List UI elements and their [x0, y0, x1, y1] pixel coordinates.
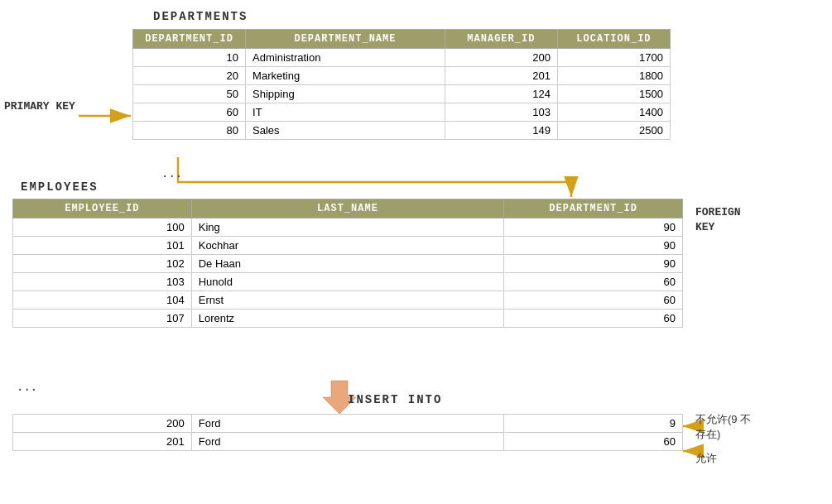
- allowed-annotation: 允许: [695, 451, 717, 466]
- dept-name-cell: Shipping: [246, 85, 445, 103]
- emp-name-cell: Hunold: [191, 273, 504, 291]
- dept-col-header-manager: MANAGER_ID: [445, 30, 557, 49]
- dept-id-cell: 60: [133, 103, 246, 122]
- dept-location-cell: 1400: [557, 103, 670, 122]
- emp-id-cell: 107: [13, 310, 192, 328]
- dept-location-cell: 1700: [557, 49, 670, 67]
- dept-col-header-name: DEPARTMENT_NAME: [246, 30, 445, 49]
- dept-name-cell: Marketing: [246, 67, 445, 85]
- emp-col-header-name: LAST_NAME: [191, 199, 504, 218]
- emp-dept-id-cell: 60: [504, 291, 683, 310]
- employees-row: 107 Lorentz 60: [13, 310, 683, 328]
- dept-manager-cell: 103: [445, 103, 557, 122]
- new-emp-id-cell: 201: [13, 433, 192, 451]
- dept-id-cell: 80: [133, 122, 246, 140]
- new-emp-dept-id-cell: 60: [504, 433, 683, 451]
- employees-row: 101 Kochhar 90: [13, 237, 683, 255]
- departments-ellipsis: ...: [161, 167, 182, 180]
- insert-into-label: INSERT INTO: [348, 393, 442, 406]
- dept-name-cell: Sales: [246, 122, 445, 140]
- foreign-key-label: FOREIGNKEY: [695, 205, 741, 235]
- departments-row: 50 Shipping 124 1500: [133, 85, 671, 103]
- departments-title: DEPARTMENTS: [153, 10, 248, 23]
- dept-name-cell: IT: [246, 103, 445, 122]
- emp-col-header-id: EMPLOYEE_ID: [13, 199, 192, 218]
- dept-location-cell: 2500: [557, 122, 670, 140]
- employees-title: EMPLOYEES: [21, 180, 99, 194]
- departments-row: 80 Sales 149 2500: [133, 122, 671, 140]
- emp-name-cell: Ernst: [191, 291, 504, 310]
- primary-key-label: PRIMARY KEY: [4, 99, 75, 114]
- dept-id-cell: 20: [133, 67, 246, 85]
- diagram-container: DEPARTMENTS DEPARTMENT_ID DEPARTMENT_NAM…: [0, 0, 832, 504]
- new-emp-name-cell: Ford: [191, 433, 504, 451]
- dept-col-header-id: DEPARTMENT_ID: [133, 30, 246, 49]
- dept-id-cell: 10: [133, 49, 246, 67]
- fk-arrow: [178, 157, 571, 197]
- employees-ellipsis: ...: [17, 381, 37, 394]
- dept-location-cell: 1500: [557, 85, 670, 103]
- new-emp-id-cell: 200: [13, 415, 192, 433]
- dept-location-cell: 1800: [557, 67, 670, 85]
- employees-row: 102 De Haan 90: [13, 255, 683, 273]
- departments-row: 60 IT 103 1400: [133, 103, 671, 122]
- emp-id-cell: 103: [13, 273, 192, 291]
- emp-dept-id-cell: 90: [504, 255, 683, 273]
- emp-id-cell: 102: [13, 255, 192, 273]
- emp-id-cell: 104: [13, 291, 192, 310]
- emp-dept-id-cell: 60: [504, 310, 683, 328]
- emp-id-cell: 101: [13, 237, 192, 255]
- dept-manager-cell: 124: [445, 85, 557, 103]
- emp-col-header-deptid: DEPARTMENT_ID: [504, 199, 683, 218]
- emp-name-cell: Kochhar: [191, 237, 504, 255]
- employees-row: 100 King 90: [13, 218, 683, 237]
- not-allowed-annotation: 不允许(9 不存在): [695, 412, 751, 442]
- new-record-row: 200 Ford 9: [13, 415, 683, 433]
- new-record-row: 201 Ford 60: [13, 433, 683, 451]
- emp-name-cell: Lorentz: [191, 310, 504, 328]
- emp-name-cell: De Haan: [191, 255, 504, 273]
- emp-dept-id-cell: 90: [504, 237, 683, 255]
- departments-table: DEPARTMENT_ID DEPARTMENT_NAME MANAGER_ID…: [132, 29, 671, 140]
- new-records-table: 200 Ford 9 201 Ford 60: [12, 414, 683, 451]
- departments-row: 10 Administration 200 1700: [133, 49, 671, 67]
- dept-manager-cell: 200: [445, 49, 557, 67]
- emp-id-cell: 100: [13, 218, 192, 237]
- emp-dept-id-cell: 90: [504, 218, 683, 237]
- employees-table: EMPLOYEE_ID LAST_NAME DEPARTMENT_ID 100 …: [12, 199, 683, 328]
- departments-row: 20 Marketing 201 1800: [133, 67, 671, 85]
- dept-manager-cell: 201: [445, 67, 557, 85]
- new-emp-dept-id-cell: 9: [504, 415, 683, 433]
- emp-dept-id-cell: 60: [504, 273, 683, 291]
- employees-row: 104 Ernst 60: [13, 291, 683, 310]
- dept-manager-cell: 149: [445, 122, 557, 140]
- new-emp-name-cell: Ford: [191, 415, 504, 433]
- dept-id-cell: 50: [133, 85, 246, 103]
- emp-name-cell: King: [191, 218, 504, 237]
- dept-name-cell: Administration: [246, 49, 445, 67]
- employees-row: 103 Hunold 60: [13, 273, 683, 291]
- dept-col-header-location: LOCATION_ID: [557, 30, 670, 49]
